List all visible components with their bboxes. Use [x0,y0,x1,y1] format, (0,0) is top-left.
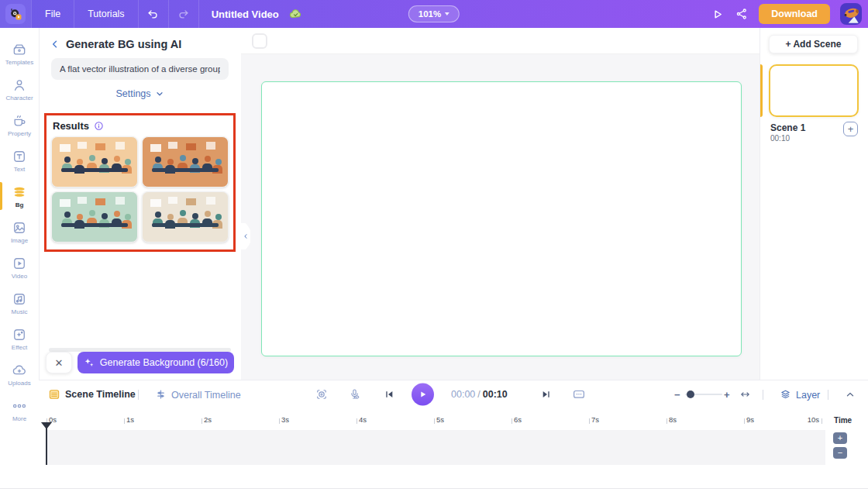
sidebar-divider [39,28,40,380]
thumbnail-art [152,168,219,172]
playhead-line [46,423,47,465]
thumbnail-art [155,212,161,218]
sidebar-item-bg[interactable]: Bg [0,178,39,214]
tab-label: Scene Timeline [65,389,136,400]
panel-actions: ✕ Generate Background (6/160) [46,352,234,373]
microphone-icon[interactable] [348,388,361,401]
panel-title: Generate BG using AI [66,38,181,50]
property-icon [12,113,27,129]
sidebar-item-effect[interactable]: Effect [0,321,39,356]
playhead-handle[interactable] [41,422,52,429]
download-button[interactable]: Download [759,4,830,24]
prompt-input[interactable] [51,58,229,80]
topbar-divider [198,0,199,28]
preview-play-icon[interactable] [710,7,725,22]
share-icon[interactable] [735,7,749,21]
ruler-tick-label: 5s [436,415,444,424]
music-icon [12,291,27,307]
thumbnail-art [64,157,71,163]
sidebar-item-uploads[interactable]: Uploads [0,356,39,392]
sidebar-item-text[interactable]: Text [0,143,39,178]
total-time: 00:10 [483,389,508,400]
time-increase-button[interactable]: + [833,432,847,444]
toolbar-divider [763,390,763,400]
sidebar-item-templates[interactable]: Templates [0,36,39,71]
redo-icon[interactable] [169,0,198,28]
project-title[interactable]: Untitled Video [212,9,279,20]
fit-width-icon[interactable] [739,389,751,401]
tab-label: Overall Timeline [171,389,241,400]
timeline-track[interactable] [46,430,825,465]
sidebar-item-music[interactable]: Music [0,285,39,321]
result-thumbnail-3[interactable] [51,191,138,243]
timeline: Scene Timeline Overall Timeline [0,380,868,492]
undo-icon[interactable] [139,0,168,28]
tab-scene-timeline[interactable]: Scene Timeline [48,388,136,401]
scene-duration: 00:10 [770,134,790,143]
play-button[interactable] [412,384,434,406]
sidebar-item-character[interactable]: Character [0,71,39,107]
sidebar-item-property[interactable]: Property [0,107,39,143]
results-highlight-box: Results [44,113,236,252]
add-scene-button[interactable]: + Add Scene [769,35,858,53]
thumbnail-art [64,212,71,218]
ruler-tick [124,418,125,424]
templates-icon [12,42,27,57]
zoom-slider-handle[interactable] [687,391,694,398]
skip-back-icon[interactable] [383,388,395,401]
scene-add-button[interactable]: + [843,122,858,136]
menu-file[interactable]: File [32,0,74,28]
time-decrease-button[interactable]: − [833,447,847,459]
sidebar-item-label: Bg [16,202,24,208]
sidebar-item-label: Text [14,167,26,173]
settings-toggle[interactable]: Settings [40,88,240,99]
generate-background-button[interactable]: Generate Background (6/160) [78,352,234,373]
canvas-tool-button[interactable] [252,33,267,49]
scenes-panel: + Add Scene Scene 1 00:10 [760,28,868,380]
upload-cloud-icon [12,363,27,378]
collapse-timeline-icon[interactable] [845,389,856,400]
layer-label: Layer [796,389,820,400]
close-panel-button[interactable]: ✕ [46,352,72,373]
ruler-tick-label: 10s [808,415,819,424]
ruler-tick-label: 7s [591,415,599,424]
sidebar-item-label: Effect [12,345,27,351]
user-avatar[interactable] [840,3,862,25]
result-thumbnail-1[interactable] [51,136,138,188]
video-icon [12,256,27,271]
result-thumbnail-2[interactable] [142,136,229,188]
info-icon[interactable] [94,121,104,131]
sidebar-item-video[interactable]: Video [0,249,39,285]
camera-logo-icon [5,4,26,24]
ruler-tick-label: 6s [514,415,522,424]
result-thumbnail-4[interactable] [142,191,229,243]
menu-tutorials[interactable]: Tutorials [74,0,137,28]
results-header: Results [46,115,233,135]
zoom-in-button[interactable]: + [724,389,730,401]
back-button[interactable] [50,39,60,50]
zoom-out-button[interactable]: − [674,389,680,401]
app-logo[interactable] [0,0,31,28]
scenes-panel-divider [760,28,760,380]
zoom-level-control[interactable]: 101% [408,5,460,22]
background-icon [12,184,27,200]
sidebar-item-label: Music [12,309,28,315]
ruler-tick [512,418,512,424]
focus-scene-icon[interactable] [315,387,329,401]
sidebar-item-label: Character [5,95,33,101]
sidebar-item-image[interactable]: Image [0,214,39,249]
sidebar-item-more[interactable]: More [0,392,39,428]
ruler-tick [202,418,202,424]
tab-overall-timeline[interactable]: Overall Timeline [155,389,241,401]
video-canvas[interactable] [261,81,742,356]
asset-sidebar: Templates Character Property Text [0,28,39,434]
layer-button[interactable]: Layer [780,389,820,401]
skip-forward-icon[interactable] [540,388,553,401]
sidebar-item-label: Image [11,238,28,244]
captions-icon[interactable] [572,387,586,401]
scene-thumbnail[interactable] [769,64,859,117]
top-bar: File Tutorials Untitled Video 101% [0,0,868,28]
ruler-tick [434,418,435,424]
play-icon [418,390,428,400]
zoom-level-value: 101% [418,9,441,19]
